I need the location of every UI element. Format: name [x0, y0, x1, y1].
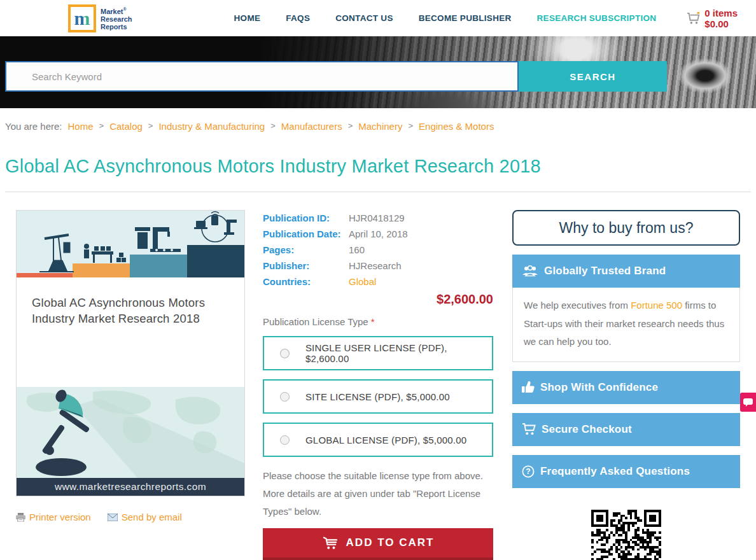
title-divider	[5, 192, 751, 192]
shop-with-confidence-title: Shop With Confidence	[540, 381, 658, 394]
email-icon	[108, 514, 118, 521]
search-button[interactable]: SEARCH	[519, 61, 667, 92]
license-radio-global[interactable]	[280, 435, 290, 445]
cart-count-total: 0 items $0.00	[704, 8, 756, 29]
license-radio-site[interactable]	[280, 392, 290, 402]
shop-with-confidence-box[interactable]: Shop With Confidence	[512, 371, 740, 404]
cart-icon	[687, 12, 701, 25]
faq-box[interactable]: ? Frequently Asked Questions	[512, 455, 740, 488]
logo-letter: m	[74, 9, 90, 28]
logo-text: Market® Research Reports	[101, 6, 132, 31]
fortune-500-link[interactable]: Fortune 500	[631, 300, 682, 311]
breadcrumb-separator: >	[99, 121, 104, 132]
breadcrumb-separator: >	[408, 121, 413, 132]
live-chat-tab[interactable]	[740, 393, 756, 412]
detail-row-pages: Pages: 160	[263, 242, 493, 258]
nav-home[interactable]: HOME	[234, 13, 261, 23]
globally-trusted-brand-header[interactable]: Globally Trusted Brand	[512, 255, 740, 288]
question-circle-icon: ?	[522, 465, 535, 478]
add-to-cart-icon	[322, 536, 339, 550]
detail-value: HJResearch	[349, 258, 402, 274]
license-option-label: GLOBAL LICENSE (PDF), $5,000.00	[305, 435, 466, 445]
qr-code-image	[591, 510, 661, 560]
cover-url-text: www.marketresearchreports.com	[55, 481, 206, 493]
detail-value: HJR0418129	[349, 210, 405, 226]
printer-icon	[16, 513, 25, 522]
detail-label: Countries:	[263, 274, 349, 290]
product-cover-column: Global AC Asynchronous Motors Industry M…	[16, 210, 245, 560]
logo-mark: m	[68, 4, 96, 32]
breadcrumb-prefix: You are here:	[5, 121, 62, 132]
cover-map-lamp	[17, 387, 244, 478]
nav-become-publisher[interactable]: BECOME PUBLISHER	[419, 13, 512, 23]
breadcrumb-separator: >	[148, 121, 153, 132]
page-title: Global AC Asynchronous Motors Industry M…	[5, 156, 756, 177]
license-option-single-user[interactable]: SINGLE USER LICENSE (PDF), $2,600.00	[263, 336, 493, 370]
cover-illustration	[17, 211, 244, 277]
detail-value: April 10, 2018	[349, 226, 408, 242]
breadcrumb-machinery[interactable]: Machinery	[358, 121, 402, 132]
faq-title: Frequently Asked Questions	[540, 465, 690, 478]
breadcrumb-industry-manufacturing[interactable]: Industry & Manufacturing	[158, 121, 265, 132]
cart-status[interactable]: 0 items $0.00	[687, 8, 756, 29]
countries-global-link[interactable]: Global	[349, 274, 376, 290]
registered-mark: ®	[123, 7, 126, 11]
breadcrumb-manufacturers[interactable]: Manufacturers	[281, 121, 342, 132]
required-asterisk: *	[371, 316, 375, 327]
detail-row-publication-id: Publication ID: HJR0418129	[263, 210, 493, 226]
detail-row-publication-date: Publication Date: April 10, 2018	[263, 226, 493, 242]
breadcrumb-engines-motors[interactable]: Engines & Motors	[419, 121, 494, 132]
secure-cart-icon	[522, 423, 536, 435]
detail-row-publisher: Publisher: HJResearch	[263, 258, 493, 274]
hero-search-banner: SEARCH	[0, 36, 756, 108]
search-input[interactable]	[5, 61, 519, 92]
add-to-cart-button[interactable]: ADD TO CART	[263, 528, 493, 560]
license-option-label: SINGLE USER LICENSE (PDF), $2,600.00	[305, 342, 492, 364]
breadcrumb: You are here: Home > Catalog > Industry …	[5, 121, 756, 132]
breadcrumb-home[interactable]: Home	[68, 121, 94, 132]
license-radio-single-user[interactable]	[280, 349, 290, 358]
license-type-label: Publication License Type *	[263, 316, 493, 327]
qr-code-wrap	[512, 510, 740, 560]
top-navigation-bar: m Market® Research Reports HOME FAQS CON…	[0, 0, 756, 36]
globally-trusted-brand-title: Globally Trusted Brand	[544, 265, 666, 277]
printer-version-link[interactable]: Printer version	[16, 512, 91, 522]
detail-value: 160	[349, 242, 365, 258]
cover-title-text: Global AC Asynchronous Motors Industry M…	[32, 295, 244, 327]
secure-checkout-box[interactable]: Secure Checkout	[512, 413, 740, 446]
globally-trusted-brand-text: We help executives from Fortune 500 firm…	[512, 288, 740, 362]
publication-details-column: Publication ID: HJR0418129 Publication D…	[263, 210, 493, 560]
detail-row-countries: Countries: Global	[263, 274, 493, 290]
nav-faqs[interactable]: FAQS	[286, 13, 310, 23]
cover-title-band: Global AC Asynchronous Motors Industry M…	[17, 277, 244, 387]
thumbs-up-icon	[522, 381, 535, 393]
license-note: Please choose the suitable license type …	[263, 467, 493, 520]
breadcrumb-separator: >	[348, 121, 353, 132]
nav-research-subscription[interactable]: RESEARCH SUBSCRIPTION	[537, 13, 657, 23]
license-option-label: SITE LICENSE (PDF), $5,000.00	[305, 391, 450, 402]
detail-label: Publisher:	[263, 258, 349, 274]
cover-url-bar: www.marketresearchreports.com	[17, 478, 244, 496]
report-price: $2,600.00	[263, 292, 493, 307]
license-option-site[interactable]: SITE LICENSE (PDF), $5,000.00	[263, 379, 493, 414]
share-links: Printer version Send by email	[16, 512, 245, 522]
detail-label: Publication ID:	[263, 210, 349, 226]
breadcrumb-separator: >	[270, 121, 276, 132]
detail-label: Publication Date:	[263, 226, 349, 242]
secure-checkout-title: Secure Checkout	[542, 423, 632, 436]
send-by-email-link[interactable]: Send by email	[108, 512, 182, 522]
svg-text:?: ?	[526, 467, 530, 476]
nav-contact-us[interactable]: CONTACT US	[335, 13, 393, 23]
main-content: Global AC Asynchronous Motors Industry M…	[5, 210, 751, 560]
why-to-buy-title: Why to buy from us?	[559, 220, 694, 237]
why-buy-sidebar: Why to buy from us? Globally Trusted Bra…	[512, 210, 740, 560]
chat-bubble-icon	[743, 398, 753, 407]
main-nav: HOME FAQS CONTACT US BECOME PUBLISHER RE…	[234, 13, 657, 23]
report-cover-image: Global AC Asynchronous Motors Industry M…	[16, 210, 245, 496]
license-option-global[interactable]: GLOBAL LICENSE (PDF), $5,000.00	[263, 423, 493, 457]
site-logo[interactable]: m Market® Research Reports	[68, 4, 132, 32]
breadcrumb-catalog[interactable]: Catalog	[109, 121, 143, 132]
why-to-buy-box: Why to buy from us?	[512, 210, 740, 246]
people-icon	[522, 265, 538, 277]
detail-label: Pages:	[263, 242, 349, 258]
